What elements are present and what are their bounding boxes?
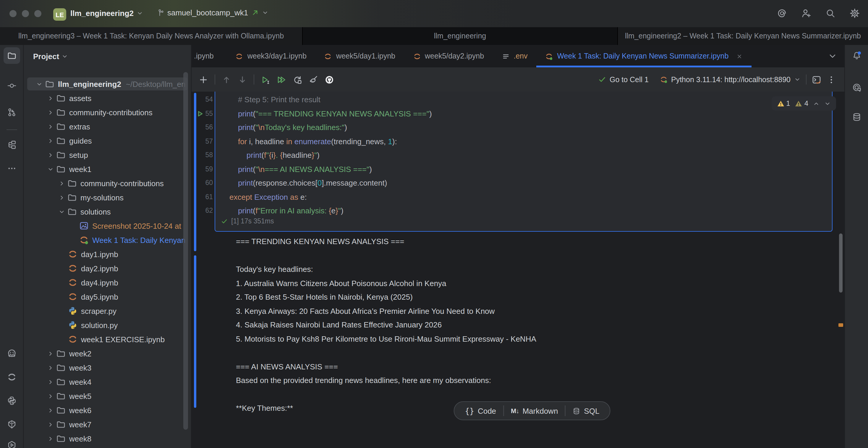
toolbar-button-run-cell[interactable] [261,75,270,84]
tree-item-week6[interactable]: week6 [24,403,191,417]
project-selector[interactable]: llm_engineering2 [70,9,143,18]
tree-item-my-solutions[interactable]: my-solutions [24,190,191,204]
stripe-button-more[interactable] [5,161,19,175]
close-window-button[interactable] [9,10,17,17]
add-cell-markdown-button[interactable]: M↓Markdown [504,406,565,415]
image-file-icon [79,221,89,230]
code-cell[interactable]: # Step 5: Print the result print("=== TR… [215,92,833,232]
go-to-cell-button[interactable]: Go to Cell 1 [598,75,649,84]
editor-tab-week3-day1-ipynb[interactable]: week3/day1.ipynb [227,45,315,67]
toolbar-button-move-down[interactable] [238,75,247,84]
stripe-button-notifications-bell[interactable] [850,49,864,63]
warning-icon [795,100,803,107]
run-line-icon[interactable] [196,110,204,118]
tree-item-week7[interactable]: week7 [24,417,191,431]
stripe-button-run-hexagon[interactable] [5,438,19,448]
folder-icon [56,363,66,372]
stripe-button-structure[interactable] [5,138,19,152]
add-cell-code-button[interactable]: {}Code [458,406,503,415]
tree-item-community-contributions[interactable]: community-contributions [24,105,191,119]
tree-item-week8[interactable]: week8 [24,431,191,446]
pull-request-icon [7,107,17,117]
tree-item-week1-exercise-ipynb[interactable]: week1 EXERCISE.ipynb [24,332,191,346]
window-tab[interactable]: llm_engineering [302,27,618,45]
tree-item-label: week2 [69,349,91,358]
editor-scrollbar[interactable] [839,233,843,293]
tree-item--env[interactable]: .env [24,446,191,448]
toolbar-button-add-cell[interactable] [199,75,208,84]
left-tool-stripe [0,45,24,448]
tree-item-week4[interactable]: week4 [24,375,191,389]
code-line: except Exception as e: [229,190,432,204]
search-icon[interactable] [826,8,835,18]
warning-icon [777,100,784,107]
tree-item-week-1-task-daily-kenyan[interactable]: Week 1 Task: Daily Kenyan [24,233,191,247]
tree-item-week1[interactable]: week1 [24,162,191,176]
toolbar-button-clear-outputs[interactable] [309,75,318,84]
toolbar-button-move-up[interactable] [222,75,231,84]
tree-item-week3[interactable]: week3 [24,360,191,375]
window-controls[interactable] [9,10,41,17]
tree-item-assets[interactable]: assets [24,91,191,105]
tree-item-day5-ipynb[interactable]: day5.ipynb [24,290,191,304]
project-panel-header[interactable]: Project [24,45,68,67]
tree-item-day1-ipynb[interactable]: day1.ipynb [24,247,191,261]
check-icon [598,76,606,83]
tree-item-community-contributions[interactable]: community-contributions [24,176,191,190]
tree-item-day4-ipynb[interactable]: day4.ipynb [24,276,191,290]
editor-tab--env[interactable]: .env [493,45,536,67]
close-tab-icon[interactable] [736,53,743,59]
tree-item-solution-py[interactable]: solution.py [24,318,191,332]
stripe-button-commit[interactable] [5,78,19,93]
editor-tab-label: week5/day2.ipynb [425,52,484,60]
tree-item-screenshot-2025-10-24-at[interactable]: Screenshot 2025-10-24 at [24,219,191,233]
stripe-button-project-folder[interactable] [4,47,20,64]
line-number: 56 [204,121,213,134]
tree-item-llm-engineering2[interactable]: llm_engineering2~/Desktop/llm_en [24,77,191,91]
stripe-button-python[interactable] [5,394,19,408]
stripe-button-database[interactable] [850,110,864,124]
project-name: llm_engineering2 [70,9,134,18]
stripe-button-ai-assistant-chat[interactable] [850,81,864,95]
kebab-menu-icon[interactable] [827,75,836,84]
inspections-widget[interactable]: 1 4 [771,96,836,110]
gear-icon[interactable] [850,8,860,18]
tab-list-chevron-icon[interactable] [828,52,837,61]
line-number: 60 [204,176,213,190]
editor-tab-week-1-task-daily-kenyan-news-summarizer-ipynb[interactable]: Week 1 Task: Daily Kenyan News Summarize… [536,45,751,67]
window-tab[interactable]: llm_engineering2 – Week 1 Task: Daily Ke… [618,27,868,45]
stripe-button-hugging-face[interactable] [5,346,19,360]
tree-item-guides[interactable]: guides [24,134,191,148]
add-cell-sql-button[interactable]: SQL [565,406,607,415]
ai-assistant-icon[interactable] [777,8,787,18]
tree-item-day2-ipynb[interactable]: day2.ipynb [24,261,191,276]
kernel-selector[interactable]: Python 3.11.14: http://localhost:8890 [660,75,801,84]
editor-tab--ipynb[interactable]: .ipynb [192,45,227,67]
toolbar-button-run-all[interactable] [277,75,286,84]
minimize-window-button[interactable] [22,10,29,17]
project-tree-scrollbar[interactable] [183,72,188,430]
tree-item-scraper-py[interactable]: scraper.py [24,304,191,318]
tree-item-solutions[interactable]: solutions [24,204,191,219]
tree-item-extras[interactable]: extras [24,119,191,134]
next-problem-icon[interactable] [824,100,831,107]
tree-item-week2[interactable]: week2 [24,346,191,360]
stripe-button-jupyter[interactable] [5,370,19,384]
stripe-button-pull-request[interactable] [5,105,19,119]
window-tab[interactable]: llm_engineering3 – Week 1 Task: Kenyan D… [0,27,302,45]
jupyter-console-icon[interactable] [812,75,821,84]
toolbar-button-github[interactable] [324,75,334,84]
toolbar-button-restart-kernel[interactable] [293,75,302,84]
editor-tab-week5-day2-ipynb[interactable]: week5/day2.ipynb [404,45,493,67]
previous-problem-icon[interactable] [813,100,819,107]
tree-item-label: extras [69,122,90,131]
branch-selector[interactable]: samuel_bootcamp_wk1 [157,8,268,17]
tree-item-week5[interactable]: week5 [24,389,191,403]
output-focus-stripe [194,255,196,408]
editor-tab-week5-day1-ipynb[interactable]: week5/day1.ipynb [315,45,404,67]
add-user-icon[interactable] [801,8,811,18]
tree-item-setup[interactable]: setup [24,148,191,162]
folder-icon [56,122,66,131]
stripe-button-python-packages[interactable] [5,417,19,431]
zoom-window-button[interactable] [34,10,41,17]
